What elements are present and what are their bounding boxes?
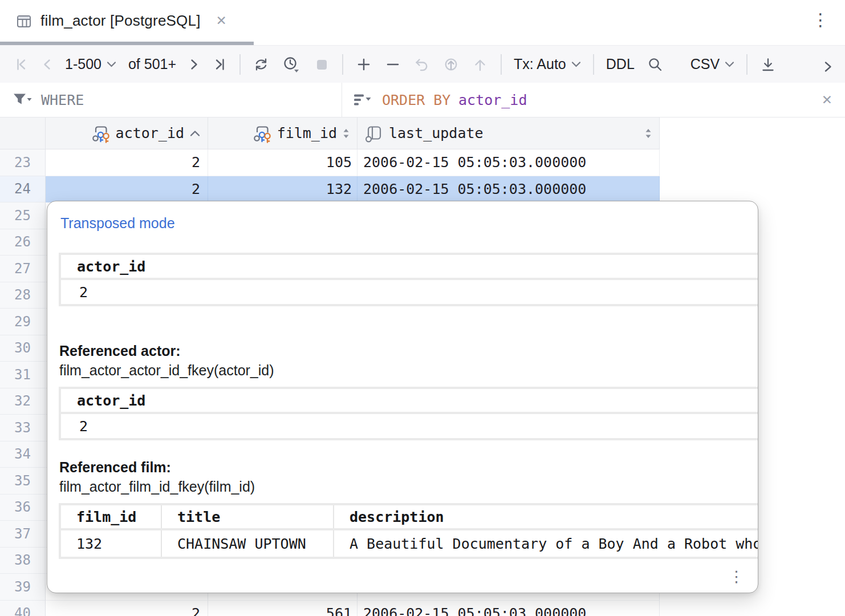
transaction-mode-dropdown[interactable]: Tx: Auto: [514, 52, 581, 77]
referenced-actor-fkey: film_actor_actor_id_fkey(actor_id): [59, 362, 274, 379]
filter-bar: WHERE ORDER BY actor_id ✕: [0, 83, 845, 117]
sort-ascending-icon: [189, 130, 201, 137]
refresh-icon: [253, 56, 270, 73]
delete-row-button[interactable]: [384, 52, 401, 77]
reload-data-button[interactable]: [253, 52, 270, 77]
sort-toggle-icon: [644, 127, 652, 140]
popup-more-options-icon[interactable]: ⋮: [729, 569, 744, 585]
row-number[interactable]: 26: [0, 229, 46, 256]
toolbar-separator: [593, 54, 594, 75]
next-page-button[interactable]: [188, 52, 201, 77]
chevron-down-icon: [725, 61, 734, 67]
commit-button: [472, 52, 489, 77]
cell-last-update[interactable]: 2006-02-15 05:05:03.000000: [358, 176, 660, 203]
row-number[interactable]: 36: [0, 495, 46, 521]
cell-film-id[interactable]: 105: [208, 149, 358, 176]
record-details-popup: Transposed mode actor_id 2 Referenced ac…: [47, 201, 758, 593]
row-number[interactable]: 37: [0, 521, 46, 548]
revert-changes-button: [413, 52, 430, 77]
record-value-table: actor_id 2: [59, 253, 758, 306]
row-number[interactable]: 32: [0, 388, 46, 415]
transposed-mode-link[interactable]: Transposed mode: [60, 215, 175, 232]
grid-header-row: actor_id film_id last_update: [0, 117, 660, 149]
row-number[interactable]: 25: [0, 202, 46, 229]
order-by-filter-field[interactable]: ORDER BY actor_id: [342, 83, 845, 117]
table-row-24-selected: 24 2 132 2006-02-15 05:05:03.000000: [0, 176, 845, 203]
record-table-value: 2: [61, 280, 758, 304]
referenced-actor-label: Referenced actor:: [59, 343, 181, 359]
previous-page-icon: [45, 60, 50, 68]
header-film-id: film_id: [61, 505, 162, 528]
first-page-button[interactable]: [14, 52, 29, 77]
last-page-button[interactable]: [213, 52, 228, 77]
row-number[interactable]: 27: [0, 256, 46, 282]
add-row-button[interactable]: [355, 52, 372, 77]
cell-actor-id[interactable]: 2: [46, 149, 208, 176]
chevron-down-icon: [107, 61, 116, 67]
row-number[interactable]: 40: [0, 601, 46, 616]
row-number[interactable]: 23: [0, 149, 46, 176]
referenced-film-fkey: film_actor_film_id_fkey(film_id): [59, 479, 255, 495]
toolbar-separator: [342, 54, 343, 75]
row-number[interactable]: 28: [0, 282, 46, 309]
value-description: A Beautiful Documentary of a Boy And a R…: [334, 530, 758, 557]
editor-more-options-icon[interactable]: ⋮: [812, 11, 829, 29]
filter-funnel-icon: [11, 92, 32, 108]
cell-last-update[interactable]: 2006-02-15 05:05:03.000000: [358, 149, 660, 176]
row-number[interactable]: 31: [0, 362, 46, 388]
tab-bar: film_actor [PostgreSQL] ✕ ⋮: [0, 0, 845, 45]
cell-film-id[interactable]: 561: [208, 601, 358, 616]
row-number[interactable]: 38: [0, 548, 46, 574]
minus-icon: [384, 56, 401, 73]
auto-refresh-button[interactable]: [282, 52, 301, 77]
key-column-icon: [253, 123, 272, 143]
gutter-header-cell[interactable]: [0, 117, 46, 149]
row-number[interactable]: 35: [0, 468, 46, 495]
row-number[interactable]: 30: [0, 335, 46, 362]
row-number[interactable]: 34: [0, 441, 46, 468]
toolbar-overflow-button[interactable]: [821, 54, 835, 79]
first-page-icon: [18, 59, 25, 69]
total-rows-label: of 501+: [128, 52, 176, 77]
transaction-mode-label: Tx: Auto: [514, 56, 566, 72]
cell-last-update[interactable]: 2006-02-15 05:05:03.000000: [358, 601, 660, 616]
row-number[interactable]: 29: [0, 309, 46, 335]
referenced-actor-value: 2: [61, 414, 758, 438]
previous-page-button[interactable]: [40, 52, 53, 77]
where-label: WHERE: [41, 92, 84, 108]
tab-close-icon[interactable]: ✕: [216, 14, 227, 27]
column-name: film_id: [277, 125, 337, 141]
data-toolbar: 1-500 of 501+: [0, 45, 845, 83]
chevron-down-icon: [571, 61, 581, 67]
ddl-button[interactable]: DDL: [606, 52, 635, 77]
value-film-id: 132: [61, 530, 162, 557]
stop-icon: [313, 56, 330, 73]
export-format-dropdown[interactable]: CSV: [690, 52, 734, 77]
page-range-dropdown[interactable]: 1-500: [65, 52, 116, 77]
order-by-keyword: ORDER BY: [382, 92, 450, 108]
export-data-button[interactable]: [759, 52, 777, 77]
table-row-40: 40 2 561 2006-02-15 05:05:03.000000: [0, 601, 845, 616]
column-header-last-update[interactable]: last_update: [358, 117, 660, 149]
row-number[interactable]: 33: [0, 415, 46, 441]
row-number[interactable]: 39: [0, 574, 46, 601]
cell-actor-id[interactable]: 2: [46, 601, 208, 616]
filter-close-icon[interactable]: ✕: [822, 92, 832, 108]
find-button[interactable]: [647, 52, 664, 77]
clock-icon: [282, 55, 301, 74]
column-header-film-id[interactable]: film_id: [208, 117, 358, 149]
toolbar-separator: [501, 54, 502, 75]
column-header-actor-id[interactable]: actor_id: [46, 117, 208, 149]
plus-icon: [355, 56, 372, 73]
column-name: last_update: [389, 125, 484, 141]
where-filter-field[interactable]: WHERE: [0, 83, 342, 117]
search-icon: [647, 56, 664, 73]
submit-arrow-circle-icon: [442, 56, 460, 73]
last-page-icon: [217, 59, 224, 69]
row-number[interactable]: 24: [0, 176, 46, 203]
referenced-actor-header: actor_id: [61, 389, 758, 414]
chevron-right-icon: [821, 59, 835, 74]
cell-actor-id[interactable]: 2: [46, 176, 208, 203]
tab-film-actor[interactable]: film_actor [PostgreSQL] ✕: [0, 0, 241, 42]
cell-film-id[interactable]: 132: [208, 176, 358, 203]
